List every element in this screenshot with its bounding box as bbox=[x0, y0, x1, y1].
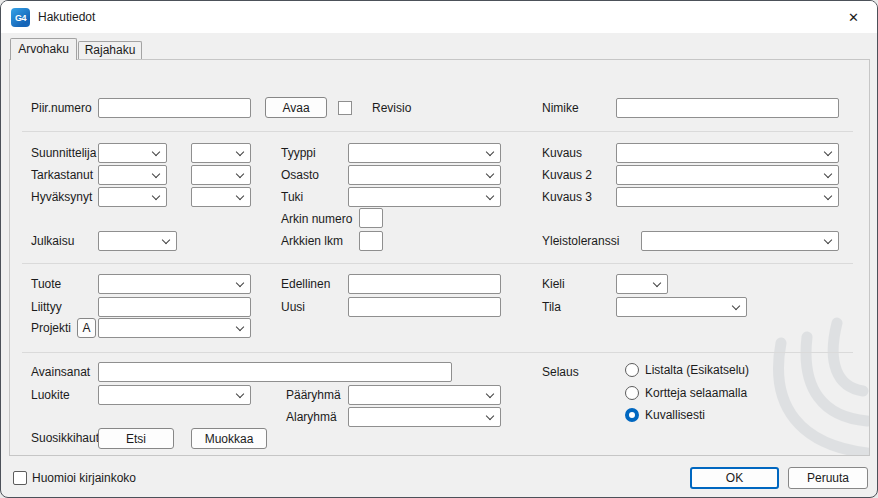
chevron-down-icon bbox=[236, 390, 244, 398]
suunnittelija-label: Suunnittelija bbox=[31, 146, 96, 160]
chevron-down-icon bbox=[236, 192, 244, 200]
hyvaksynyt-combo-1[interactable] bbox=[98, 187, 167, 207]
huomioi-kirjainkoko-checkbox[interactable]: Huomioi kirjainkoko bbox=[13, 471, 136, 485]
tyyppi-combo[interactable] bbox=[348, 143, 501, 163]
arkin-numero-input[interactable] bbox=[359, 208, 383, 228]
kieli-label: Kieli bbox=[542, 277, 565, 291]
chevron-down-icon bbox=[732, 302, 740, 310]
liittyy-input[interactable] bbox=[98, 297, 251, 317]
avainsanat-label: Avainsanat bbox=[31, 365, 90, 379]
suunnittelija-combo-1[interactable] bbox=[98, 143, 167, 163]
app-icon: G4 bbox=[11, 8, 30, 27]
chevron-down-icon bbox=[824, 236, 832, 244]
osasto-combo[interactable] bbox=[348, 165, 501, 185]
separator bbox=[22, 263, 853, 264]
suunnittelija-combo-2[interactable] bbox=[191, 143, 251, 163]
chevron-down-icon bbox=[236, 323, 244, 331]
chevron-down-icon bbox=[824, 148, 832, 156]
tuki-label: Tuki bbox=[281, 190, 303, 204]
radio-listalta[interactable]: Listalta (Esikatselu) bbox=[625, 363, 749, 377]
projekti-a-button[interactable]: A bbox=[77, 318, 96, 338]
julkaisu-combo[interactable] bbox=[98, 231, 177, 251]
window-title: Hakutiedot bbox=[38, 10, 95, 24]
kuvaus-combo[interactable] bbox=[616, 143, 839, 163]
alaryhma-combo[interactable] bbox=[348, 407, 501, 427]
separator bbox=[22, 131, 853, 132]
ok-button[interactable]: OK bbox=[690, 467, 779, 489]
tuki-combo[interactable] bbox=[348, 187, 501, 207]
chevron-down-icon bbox=[486, 390, 494, 398]
chevron-down-icon bbox=[486, 412, 494, 420]
tarkastanut-combo-1[interactable] bbox=[98, 165, 167, 185]
radio-label: Listalta (Esikatselu) bbox=[645, 363, 749, 377]
kuvaus2-label: Kuvaus 2 bbox=[542, 168, 592, 182]
arkkien-lkm-input[interactable] bbox=[359, 231, 383, 251]
selaus-label: Selaus bbox=[542, 365, 579, 379]
radio-kuvallisesti[interactable]: Kuvallisesti bbox=[625, 408, 705, 422]
avaa-button[interactable]: Avaa bbox=[265, 97, 327, 118]
edellinen-label: Edellinen bbox=[281, 277, 330, 291]
suosikkihaut-label: Suosikkihaut bbox=[31, 431, 99, 445]
chevron-down-icon bbox=[162, 236, 170, 244]
chevron-down-icon bbox=[152, 192, 160, 200]
radio-dot bbox=[625, 386, 639, 400]
muokkaa-button[interactable]: Muokkaa bbox=[191, 428, 267, 449]
hyvaksynyt-label: Hyväksynyt bbox=[31, 190, 92, 204]
kuvaus2-combo[interactable] bbox=[616, 165, 839, 185]
tarkastanut-label: Tarkastanut bbox=[31, 168, 93, 182]
close-icon: ✕ bbox=[848, 10, 859, 25]
chevron-down-icon bbox=[486, 192, 494, 200]
radio-kortteja[interactable]: Kortteja selaamalla bbox=[625, 386, 747, 400]
piir-numero-input[interactable] bbox=[98, 98, 251, 118]
kieli-combo[interactable] bbox=[616, 274, 668, 294]
chevron-down-icon bbox=[824, 170, 832, 178]
chevron-down-icon bbox=[152, 148, 160, 156]
radio-dot bbox=[625, 363, 639, 377]
revisio-label: Revisio bbox=[372, 101, 411, 115]
close-button[interactable]: ✕ bbox=[831, 2, 876, 33]
hakutiedot-dialog: G4 Hakutiedot ✕ Arvohaku Rajahaku Piir.n… bbox=[0, 0, 878, 498]
tab-rajahaku[interactable]: Rajahaku bbox=[78, 41, 142, 59]
osasto-label: Osasto bbox=[281, 168, 319, 182]
tila-combo[interactable] bbox=[616, 297, 747, 317]
yleistoleranssi-label: Yleistoleranssi bbox=[542, 234, 619, 248]
radio-dot bbox=[625, 408, 639, 422]
tuote-combo[interactable] bbox=[98, 274, 251, 294]
radio-label: Kortteja selaamalla bbox=[645, 386, 747, 400]
paaryhma-combo[interactable] bbox=[348, 385, 501, 405]
hyvaksynyt-combo-2[interactable] bbox=[191, 187, 251, 207]
luokite-combo[interactable] bbox=[98, 385, 251, 405]
alaryhma-label: Alaryhmä bbox=[286, 410, 337, 424]
radio-label: Kuvallisesti bbox=[645, 408, 705, 422]
revisio-checkbox[interactable] bbox=[338, 101, 352, 115]
paaryhma-label: Pääryhmä bbox=[286, 388, 341, 402]
etsi-button[interactable]: Etsi bbox=[98, 428, 174, 449]
julkaisu-label: Julkaisu bbox=[31, 234, 74, 248]
title-bar: G4 Hakutiedot ✕ bbox=[1, 1, 877, 33]
projekti-label: Projekti bbox=[31, 321, 71, 335]
piir-numero-label: Piir.numero bbox=[31, 101, 92, 115]
separator bbox=[22, 352, 853, 353]
yleistoleranssi-combo[interactable] bbox=[641, 231, 839, 251]
chevron-down-icon bbox=[824, 192, 832, 200]
tuote-label: Tuote bbox=[31, 277, 61, 291]
arkkien-lkm-label: Arkkien lkm bbox=[281, 234, 343, 248]
edellinen-input[interactable] bbox=[348, 274, 501, 294]
kuvaus3-combo[interactable] bbox=[616, 187, 839, 207]
kuvaus3-label: Kuvaus 3 bbox=[542, 190, 592, 204]
avainsanat-input[interactable] bbox=[98, 362, 452, 382]
nimike-label: Nimike bbox=[542, 101, 579, 115]
tab-arvohaku[interactable]: Arvohaku bbox=[10, 38, 77, 60]
peruuta-button[interactable]: Peruuta bbox=[788, 467, 868, 489]
uusi-label: Uusi bbox=[281, 300, 305, 314]
chevron-down-icon bbox=[486, 148, 494, 156]
projekti-combo[interactable] bbox=[98, 318, 251, 338]
tarkastanut-combo-2[interactable] bbox=[191, 165, 251, 185]
nimike-input[interactable] bbox=[616, 98, 839, 118]
kuvaus-label: Kuvaus bbox=[542, 146, 582, 160]
checkbox-box bbox=[13, 471, 27, 485]
tila-label: Tila bbox=[542, 300, 561, 314]
chevron-down-icon bbox=[236, 279, 244, 287]
chevron-down-icon bbox=[486, 170, 494, 178]
uusi-input[interactable] bbox=[348, 297, 501, 317]
